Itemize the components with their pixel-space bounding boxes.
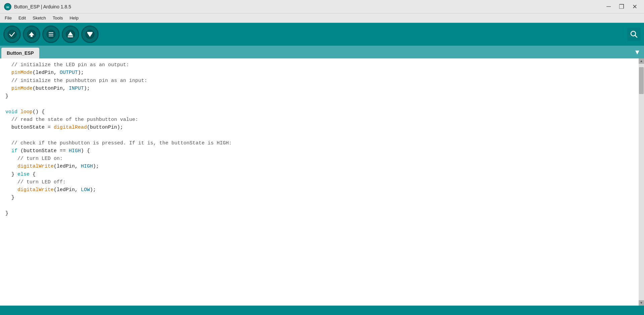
svg-rect-11 [68, 36, 73, 37]
scroll-up-arrow[interactable]: ▲ [639, 58, 644, 64]
new-icon [46, 30, 56, 39]
code-line [5, 202, 639, 210]
tab-bar: Button_ESP ▼ [0, 46, 644, 58]
menu-help[interactable]: Help [66, 14, 82, 22]
app-icon: ∞ [4, 3, 11, 10]
code-line: } [5, 210, 639, 217]
menu-file[interactable]: File [1, 14, 15, 22]
close-button[interactable]: ✕ [630, 2, 640, 11]
menu-edit[interactable]: Edit [15, 14, 29, 22]
code-line: pinMode(ledPin, OUTPUT); [5, 69, 639, 77]
code-line: } else { [5, 171, 639, 178]
title-bar: ∞ Button_ESP | Arduino 1.8.5 ─ ❐ ✕ [0, 0, 644, 13]
svg-rect-8 [49, 36, 53, 36]
code-editor[interactable]: // initialize the LED pin as an output: … [0, 58, 639, 306]
code-line [5, 100, 639, 108]
svg-rect-14 [87, 32, 93, 33]
menu-tools[interactable]: Tools [49, 14, 66, 22]
code-line: } [5, 194, 639, 201]
status-bar [0, 306, 644, 315]
code-line: digitalWrite(ledPin, HIGH); [5, 163, 639, 170]
upload-icon [27, 30, 36, 39]
code-line: } [5, 92, 639, 100]
svg-line-16 [635, 35, 637, 37]
save-icon [85, 30, 95, 39]
search-button[interactable] [627, 28, 641, 41]
menu-sketch[interactable]: Sketch [29, 14, 49, 22]
code-line: void loop() { [5, 108, 639, 116]
code-line: digitalWrite(ledPin, LOW); [5, 186, 639, 194]
code-line: // read the state of the pushbutton valu… [5, 116, 639, 124]
tab-label: Button_ESP [7, 50, 34, 56]
upload-button[interactable] [23, 26, 40, 43]
code-line: if (buttonState == HIGH) { [5, 147, 639, 155]
scroll-track[interactable] [639, 64, 644, 300]
toolbar-buttons [3, 26, 99, 43]
svg-text:∞: ∞ [6, 5, 9, 9]
maximize-button[interactable]: ❐ [616, 2, 627, 11]
toolbar [0, 23, 644, 46]
scroll-down-arrow[interactable]: ▼ [639, 300, 644, 306]
code-line: // turn LED on: [5, 155, 639, 163]
verify-icon [7, 30, 17, 39]
code-line: pinMode(buttonPin, INPUT); [5, 85, 639, 92]
code-line: // initialize the LED pin as an output: [5, 61, 639, 69]
window-title: Button_ESP | Arduino 1.8.5 [14, 4, 71, 9]
tab-dropdown-button[interactable]: ▼ [631, 46, 644, 58]
svg-point-2 [8, 30, 16, 39]
verify-button[interactable] [3, 26, 21, 43]
tab-button-esp[interactable]: Button_ESP [1, 48, 39, 58]
window-controls: ─ ❐ ✕ [604, 2, 640, 11]
code-line: buttonState = digitalRead(buttonPin); [5, 124, 639, 131]
svg-rect-6 [49, 32, 53, 33]
title-bar-left: ∞ Button_ESP | Arduino 1.8.5 [4, 3, 71, 10]
code-line: // check if the pushbutton is pressed. I… [5, 139, 639, 147]
code-line: // initialize the pushbutton pin as an i… [5, 77, 639, 85]
code-line: // turn LED off: [5, 178, 639, 186]
minimize-button[interactable]: ─ [604, 2, 613, 11]
open-button[interactable] [62, 26, 79, 43]
open-icon [66, 30, 75, 39]
svg-rect-7 [49, 34, 53, 35]
editor-container: // initialize the LED pin as an output: … [0, 58, 644, 306]
new-button[interactable] [42, 26, 60, 43]
chevron-down-icon: ▼ [634, 48, 641, 56]
save-button[interactable] [81, 26, 99, 43]
toolbar-search [627, 28, 641, 41]
code-line [5, 131, 639, 139]
vertical-scrollbar[interactable]: ▲ ▼ [639, 58, 644, 306]
menu-bar: File Edit Sketch Tools Help [0, 13, 644, 23]
scroll-thumb[interactable] [639, 67, 644, 94]
search-icon [630, 31, 638, 38]
